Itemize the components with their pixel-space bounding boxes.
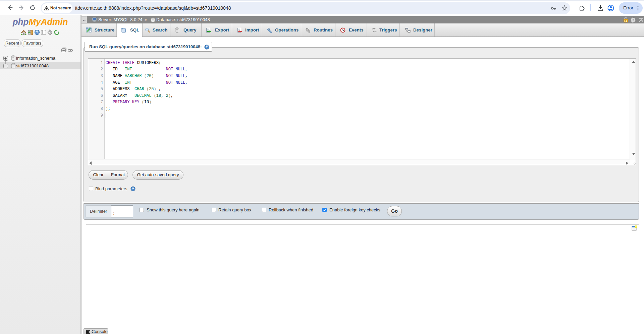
svg-text:?: ?	[132, 187, 134, 191]
svg-text:?: ?	[206, 45, 208, 49]
svg-text:?: ?	[36, 30, 38, 34]
